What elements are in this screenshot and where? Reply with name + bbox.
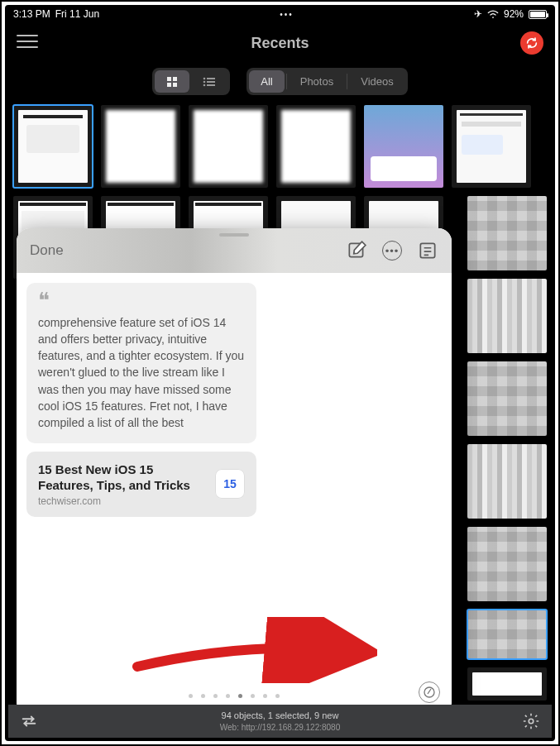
thumbnail[interactable] bbox=[467, 361, 547, 436]
transfer-icon[interactable] bbox=[20, 712, 38, 730]
svg-rect-8 bbox=[207, 81, 215, 83]
nav-bar: Recents bbox=[5, 23, 555, 63]
status-bar: 3:13 PM Fri 11 Jun ••• ✈︎ 92% bbox=[5, 5, 555, 23]
filter-videos[interactable]: Videos bbox=[349, 70, 405, 93]
thumbnail[interactable] bbox=[467, 444, 547, 519]
svg-rect-6 bbox=[207, 78, 215, 79]
drag-handle[interactable] bbox=[219, 233, 249, 237]
filter-photos[interactable]: Photos bbox=[289, 70, 345, 93]
grid-view-button[interactable] bbox=[155, 70, 189, 93]
battery-icon bbox=[529, 10, 547, 19]
settings-icon[interactable] bbox=[522, 712, 540, 730]
quick-note-card: ❝ comprehensive feature set of iOS 14 an… bbox=[26, 283, 256, 443]
thumbnail[interactable] bbox=[364, 105, 443, 188]
more-icon[interactable]: ••• bbox=[382, 241, 402, 261]
status-time: 3:13 PM bbox=[13, 8, 50, 20]
svg-rect-1 bbox=[167, 77, 171, 81]
multitask-dots-icon[interactable]: ••• bbox=[280, 10, 294, 19]
done-button[interactable]: Done bbox=[30, 242, 64, 259]
menu-button[interactable] bbox=[17, 35, 38, 48]
modal-toolbar: Done ••• bbox=[17, 228, 452, 273]
link-source: techwiser.com bbox=[38, 495, 207, 507]
status-line-1: 94 objects, 1 selected, 9 new bbox=[220, 710, 341, 721]
page-title: Recents bbox=[251, 35, 309, 52]
thumbnail[interactable] bbox=[101, 105, 180, 188]
note-text: comprehensive feature set of iOS 14 and … bbox=[38, 314, 245, 432]
view-mode-toggle bbox=[152, 68, 230, 95]
page-indicator[interactable] bbox=[17, 694, 452, 698]
status-line-2: Web: http://192.168.29.122:8080 bbox=[220, 722, 341, 733]
svg-rect-10 bbox=[207, 84, 215, 86]
quick-look-modal: Done ••• ❝ comprehensive feature set of … bbox=[17, 228, 452, 715]
thumbnail[interactable] bbox=[13, 105, 93, 188]
link-preview-card[interactable]: 15 Best New iOS 15 Features, Tips, and T… bbox=[26, 452, 256, 517]
filter-all[interactable]: All bbox=[249, 70, 284, 93]
svg-point-5 bbox=[203, 77, 206, 79]
thumbnail[interactable] bbox=[276, 105, 356, 188]
wifi-icon bbox=[487, 10, 499, 19]
filter-toggle: All Photos Videos bbox=[246, 68, 407, 95]
list-view-button[interactable] bbox=[191, 70, 227, 93]
markup-icon[interactable] bbox=[419, 681, 440, 703]
bottom-bar: 94 objects, 1 selected, 9 new Web: http:… bbox=[8, 705, 552, 738]
thumbnail[interactable] bbox=[467, 196, 547, 270]
status-date: Fri 11 Jun bbox=[55, 8, 99, 20]
svg-rect-4 bbox=[173, 83, 177, 87]
sync-button[interactable] bbox=[520, 31, 543, 55]
notes-icon[interactable] bbox=[417, 240, 438, 261]
quote-icon: ❝ bbox=[38, 294, 245, 308]
thumbnail[interactable] bbox=[467, 610, 547, 659]
svg-point-17 bbox=[529, 719, 534, 724]
link-badge-icon: 15 bbox=[215, 469, 245, 499]
compose-icon[interactable] bbox=[346, 240, 367, 261]
thumbnail[interactable] bbox=[467, 279, 547, 353]
airplane-icon: ✈︎ bbox=[474, 8, 482, 20]
svg-rect-2 bbox=[173, 77, 177, 81]
thumbnail[interactable] bbox=[467, 667, 547, 701]
modal-content[interactable]: ❝ comprehensive feature set of iOS 14 an… bbox=[17, 273, 452, 715]
thumbnail[interactable] bbox=[467, 527, 547, 601]
battery-pct: 92% bbox=[504, 8, 524, 20]
link-title: 15 Best New iOS 15 Features, Tips, and T… bbox=[38, 461, 207, 494]
svg-point-7 bbox=[203, 80, 206, 83]
svg-rect-3 bbox=[167, 83, 171, 87]
svg-point-0 bbox=[492, 17, 494, 18]
svg-point-9 bbox=[203, 84, 206, 86]
thumbnail[interactable] bbox=[189, 105, 268, 188]
